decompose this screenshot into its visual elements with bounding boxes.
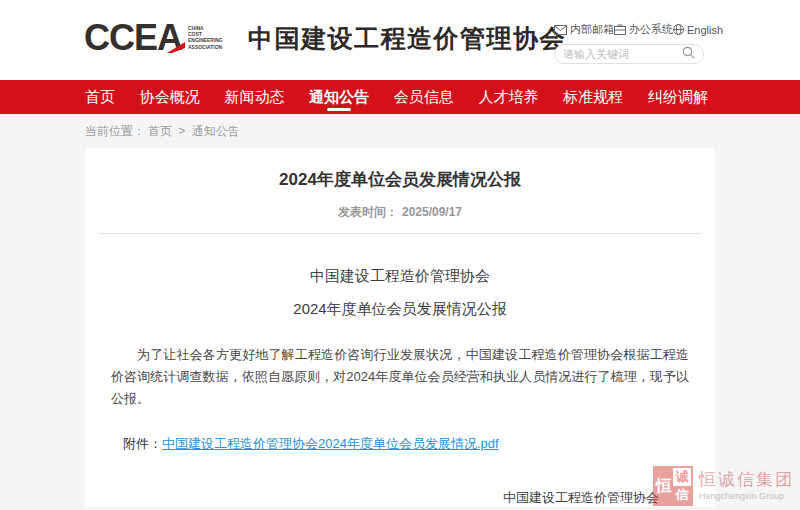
attachment-pdf-link[interactable]: 中国建设工程造价管理协会2024年度单位会员发展情况.pdf bbox=[162, 436, 499, 451]
breadcrumb-home-link[interactable]: 首页 bbox=[148, 124, 172, 138]
nav-item-about[interactable]: 协会概况 bbox=[140, 80, 200, 114]
watermark-logo-char: 恒 bbox=[655, 468, 673, 504]
header-utilities: 内部邮箱 办公系统 English bbox=[554, 22, 704, 64]
globe-icon bbox=[673, 24, 684, 35]
document-org-line: 中国建设工程造价管理协会 bbox=[85, 267, 715, 286]
search-box bbox=[554, 44, 704, 64]
document-paragraph: 为了让社会各方更好地了解工程造价咨询行业发展状况，中国建设工程造价管理协会根据工… bbox=[111, 344, 689, 410]
mail-icon bbox=[554, 25, 567, 35]
article-card: 2024年度单位会员发展情况公报 发表时间：2025/09/17 中国建设工程造… bbox=[85, 148, 715, 507]
search-input[interactable] bbox=[563, 48, 682, 60]
attachment-row: 附件：中国建设工程造价管理协会2024年度单位会员发展情况.pdf bbox=[123, 435, 715, 453]
nav-item-mediation[interactable]: 纠纷调解 bbox=[648, 80, 708, 114]
internal-mail-link[interactable]: 内部邮箱 bbox=[554, 22, 614, 37]
signature-org: 中国建设工程造价管理协会 bbox=[503, 485, 659, 507]
attachment-label: 附件： bbox=[123, 436, 162, 451]
title-divider bbox=[99, 233, 701, 234]
office-system-link[interactable]: 办公系统 bbox=[614, 22, 673, 37]
english-link[interactable]: English bbox=[673, 24, 723, 36]
nav-item-standards[interactable]: 标准规程 bbox=[563, 80, 623, 114]
watermark-text: 恒诚信集团 Hengchengxin Group bbox=[699, 471, 794, 502]
nav-item-training[interactable]: 人才培养 bbox=[479, 80, 539, 114]
site-logo[interactable]: CCEA CHINACOSTENGINEERINGASSOCIATION 中国建… bbox=[84, 18, 566, 58]
ccea-logo-text: CCEA bbox=[84, 20, 182, 56]
publish-time-value: 2025/09/17 bbox=[402, 205, 462, 219]
watermark-logo-char: 信 bbox=[673, 486, 691, 504]
site-header: CCEA CHINACOSTENGINEERINGASSOCIATION 中国建… bbox=[0, 0, 800, 80]
hengchengxin-logo-icon: 恒 诚 信 bbox=[653, 466, 693, 506]
watermark-cn-name: 恒诚信集团 bbox=[699, 471, 794, 490]
site-title: 中国建设工程造价管理协会 bbox=[248, 22, 566, 55]
nav-item-members[interactable]: 会员信息 bbox=[394, 80, 454, 114]
breadcrumb-separator: > bbox=[178, 124, 185, 138]
watermark-en-name: Hengchengxin Group bbox=[699, 491, 794, 501]
briefcase-icon bbox=[614, 24, 626, 35]
publish-time: 发表时间：2025/09/17 bbox=[85, 204, 715, 221]
hengchengxin-watermark: 恒 诚 信 恒诚信集团 Hengchengxin Group bbox=[653, 466, 794, 506]
signature-block: 中国建设工程造价管理协会 2025年9月17日 bbox=[503, 485, 659, 507]
article-title: 2024年度单位会员发展情况公报 bbox=[85, 148, 715, 191]
nav-item-notices[interactable]: 通知公告 bbox=[309, 80, 369, 114]
publish-time-label: 发表时间： bbox=[338, 205, 398, 219]
quick-links: 内部邮箱 办公系统 English bbox=[554, 22, 704, 37]
watermark-logo-char: 诚 bbox=[673, 468, 691, 486]
breadcrumb-prefix: 当前位置： bbox=[85, 124, 145, 138]
search-icon[interactable] bbox=[682, 45, 695, 63]
nav-item-news[interactable]: 新闻动态 bbox=[224, 80, 284, 114]
main-nav: 首页 协会概况 新闻动态 通知公告 会员信息 人才培养 标准规程 纠纷调解 bbox=[0, 80, 800, 114]
ccea-logo-subtext: CHINACOSTENGINEERINGASSOCIATION bbox=[188, 26, 220, 51]
nav-item-home[interactable]: 首页 bbox=[85, 80, 115, 114]
document-subtitle-line: 2024年度单位会员发展情况公报 bbox=[85, 300, 715, 319]
breadcrumb-current: 通知公告 bbox=[192, 124, 240, 138]
breadcrumb: 当前位置：首页 > 通知公告 bbox=[0, 114, 800, 148]
